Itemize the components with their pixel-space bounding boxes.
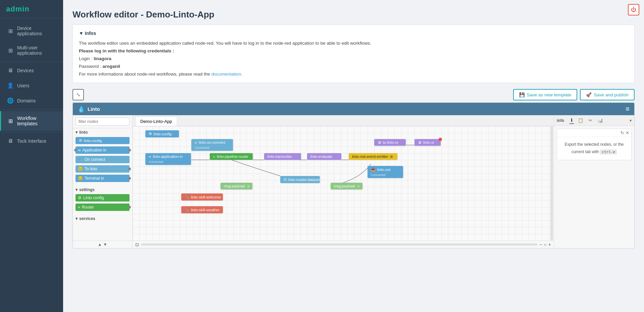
canvas-node-linto-model-dataset[interactable]: ⊡ linto-model-dataset: [280, 176, 320, 183]
canvas-node-linto-config[interactable]: ⚙ linto-config: [145, 130, 179, 137]
nr-node-terminal-in[interactable]: 😐 Terminal in: [76, 175, 130, 182]
sidebar-item-label: Tock Interface: [17, 138, 46, 144]
out-icon: 📤: [371, 167, 376, 172]
template-icon: 💾: [519, 92, 525, 97]
sidebar-item-device-applications[interactable]: ⊞ Device applications: [0, 21, 63, 41]
node-text: linto-skill-weather: [191, 208, 219, 212]
canvas-node-linto-transcribe[interactable]: linto-transcribe: [264, 153, 301, 160]
nr-node-on-connect[interactable]: 🔧 On connect: [76, 156, 130, 163]
node-text: linto-config: [154, 132, 171, 136]
logo-text: dmin: [10, 5, 30, 13]
canvas-node-linto-pipeline-router[interactable]: » linto-pipeline-router: [210, 153, 253, 160]
info-tab-label: info: [557, 118, 564, 123]
node-label: linto-config: [84, 139, 102, 143]
expand-icon: ⤡: [76, 92, 81, 98]
wrench-icon-weather: 🔧: [185, 208, 189, 212]
sidebar-item-workflow-templates[interactable]: ⊞ Workflow templates: [0, 111, 63, 131]
info-password: Password : aroganil: [79, 63, 628, 71]
info-login: Login : linagora: [79, 55, 628, 63]
info-line2: Please log in with the following credent…: [79, 47, 628, 55]
infinity-icon-canvas-2: ∞: [149, 154, 151, 159]
nr-node-application-in[interactable]: ∞ Application in: [76, 146, 130, 154]
chart-icon-tab[interactable]: 📊: [596, 117, 604, 124]
nr-category-linto[interactable]: ▾ linto: [73, 128, 132, 136]
publish-icon: 🚀: [586, 92, 592, 97]
nr-category-services[interactable]: ▾ services: [73, 215, 132, 222]
dataset-icon: ⊡: [284, 177, 287, 182]
face-icon: 😐: [78, 167, 83, 171]
gear-icon-canvas: ⚙: [149, 132, 152, 136]
node-text: linto-red-event-emitter: [352, 154, 388, 159]
nr-canvas[interactable]: ⚙ linto-config ∞ linto-on-connect Connec…: [133, 126, 554, 240]
info-line3-suffix: .: [241, 72, 242, 77]
nr-body: ▾ linto ⚙ linto-config ∞ Application in: [73, 115, 634, 248]
canvas-node-msg-payload-2[interactable]: msg.payload ≡: [331, 183, 362, 189]
export-box: ↻ ✕ Export the selected nodes, or the cu…: [557, 129, 632, 160]
export-shortcut: ctrl-e: [600, 149, 617, 154]
nr-node-router[interactable]: » Router: [76, 204, 130, 211]
category-label-linto: linto: [79, 130, 88, 135]
face-icon-2: 😐: [78, 176, 83, 181]
node-text: linto-pipeline-router: [217, 154, 248, 159]
canvas-node-linto-ui[interactable]: 🖥 linto-ui: [414, 139, 441, 146]
canvas-node-linto-application-in[interactable]: ∞ linto-application-in Connected: [145, 153, 191, 165]
sidebar-item-multi-user-applications[interactable]: ⊞ Multi-user applications: [0, 41, 63, 60]
info-panel-dropdown[interactable]: ▾: [630, 118, 632, 123]
sidebar-item-tock-interface[interactable]: 🖥 Tock Interface: [0, 134, 63, 148]
nr-search-input[interactable]: [76, 118, 130, 126]
login-value: linagora: [94, 56, 111, 61]
zoom-out-button[interactable]: −: [539, 242, 542, 247]
divider-3: [0, 132, 63, 132]
canvas-node-to-linto-ui[interactable]: 🖥 to-linto-ui: [374, 139, 406, 146]
scroll-down-arrow[interactable]: ▼: [103, 242, 107, 247]
expand-button[interactable]: ⤡: [72, 89, 84, 100]
zoom-circle-button[interactable]: ○: [544, 242, 546, 247]
canvas-node-linto-evaluate[interactable]: linto-evaluate: [307, 153, 341, 160]
nr-node-to-linto[interactable]: 😐 To linto: [76, 165, 130, 173]
infinity-icon-canvas: ∞: [195, 140, 197, 144]
scissors-icon-tab[interactable]: ✂: [587, 117, 594, 124]
refresh-icon[interactable]: ↻: [621, 130, 624, 135]
globe-icon: 🌐: [7, 97, 14, 104]
save-publish-button[interactable]: 🚀 Save and publish: [580, 89, 635, 100]
nr-node-linto-config[interactable]: ⚙ linto-config: [76, 137, 130, 144]
info-toggle[interactable]: ▼ Infos: [79, 30, 96, 38]
node-inner: ∞ linto-on-connect: [195, 140, 225, 144]
gear-icon-1: ⚙: [79, 138, 82, 143]
canvas-node-linto-on-connect[interactable]: ∞ linto-on-connect Connected: [191, 139, 233, 151]
fit-icon[interactable]: ⊡: [135, 242, 139, 247]
close-export-button[interactable]: ✕: [626, 130, 629, 135]
canvas-node-linto-out[interactable]: 📤 linto-out Connected: [367, 166, 403, 178]
sidebar-item-users[interactable]: 👤 Users: [0, 78, 63, 93]
node-label: On connect: [85, 157, 105, 162]
category-label-settings: settings: [79, 187, 95, 192]
sidebar-item-label: Devices: [17, 68, 34, 73]
canvas-node-linto-red-event-emitter[interactable]: linto-red-event-emitter ⚙: [349, 153, 397, 160]
nr-canvas-footer: ⊡ − ○ +: [133, 240, 554, 248]
list-icon-1: ≡: [247, 184, 249, 188]
sidebar-nav: ⊞ Device applications ⊞ Multi-user appli…: [0, 18, 63, 312]
sidebar-item-label: Domains: [17, 98, 36, 103]
nr-node-linto-config-settings[interactable]: ⚙ Linto config: [76, 194, 130, 202]
canvas-node-linto-skill-welcome[interactable]: 🔧 linto-skill-welcome: [181, 193, 223, 200]
nr-category-settings[interactable]: ▾ settings: [73, 186, 132, 193]
sidebar-item-label: Workflow templates: [17, 116, 57, 126]
node-red-editor: 💧 Linto ≡ ▾ linto ⚙: [72, 102, 635, 249]
power-button[interactable]: ⏻: [628, 4, 639, 15]
canvas-node-linto-skill-weather[interactable]: 🔧 linto-skill-weather: [181, 206, 223, 213]
nr-tab-demo[interactable]: Demo-Linto-App: [135, 117, 177, 126]
info-icon-tab[interactable]: ℹ: [569, 117, 574, 124]
nr-menu-button[interactable]: ≡: [626, 105, 630, 113]
canvas-scrollbar-v[interactable]: [550, 126, 553, 240]
canvas-node-msg-payload-1[interactable]: msg.payload ≡: [220, 183, 252, 189]
wrench-icon-welcome: 🔧: [185, 195, 189, 199]
clipboard-icon-tab[interactable]: 📋: [577, 117, 585, 124]
sidebar-item-label: Multi-user applications: [17, 45, 57, 56]
zoom-in-button[interactable]: +: [548, 242, 551, 247]
save-template-button[interactable]: 💾 Save as new template: [513, 89, 578, 100]
scroll-up-arrow[interactable]: ▲: [98, 242, 102, 247]
sidebar-item-domains[interactable]: 🌐 Domains: [0, 93, 63, 108]
documentation-link[interactable]: documentation: [211, 72, 241, 77]
sidebar-item-devices[interactable]: 🖥 Devices: [0, 63, 63, 78]
horizontal-scrollbar[interactable]: [141, 243, 537, 246]
